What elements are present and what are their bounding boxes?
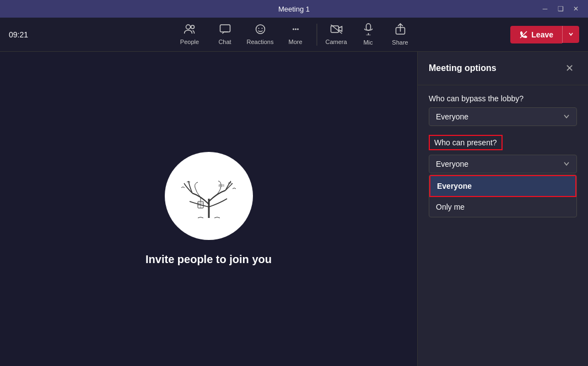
bypass-lobby-label: Who can bypass the lobby? [429, 94, 577, 103]
svg-point-4 [258, 28, 259, 29]
who-can-present-value: Everyone [436, 160, 468, 168]
chat-label: Chat [218, 39, 231, 45]
mic-label: Mic [363, 39, 373, 46]
svg-point-1 [191, 25, 194, 29]
more-label: More [288, 39, 302, 45]
reactions-label: Reactions [247, 39, 274, 45]
close-button[interactable]: ✕ [570, 3, 581, 14]
time-display: 09:21 [0, 30, 37, 39]
chevron-down-icon [568, 31, 574, 37]
svg-rect-9 [331, 26, 338, 32]
window-controls: ─ ❑ ✕ [540, 3, 581, 14]
leave-dropdown-button[interactable] [562, 26, 579, 43]
toolbar: 09:21 People Chat [0, 18, 588, 52]
mic-icon [363, 23, 374, 38]
camera-button[interactable]: Camera [321, 19, 351, 50]
phone-icon [519, 30, 528, 39]
chat-button[interactable]: Chat [208, 19, 241, 50]
svg-point-3 [256, 25, 265, 34]
people-icon [184, 24, 196, 37]
mic-button[interactable]: Mic [353, 19, 383, 50]
leave-button[interactable]: Leave [510, 26, 562, 43]
panel-header: Meeting options ✕ [418, 52, 588, 85]
svg-point-6 [293, 29, 294, 30]
restore-button[interactable]: ❑ [555, 3, 566, 14]
who-can-present-options: Everyone Only me [429, 174, 577, 217]
camera-label: Camera [325, 39, 347, 45]
side-panel: Meeting options ✕ Who can bypass the lob… [417, 52, 588, 366]
svg-point-7 [295, 29, 296, 30]
bypass-lobby-value: Everyone [436, 112, 468, 121]
title-bar: Meeting 1 ─ ❑ ✕ [0, 0, 588, 18]
bypass-lobby-arrow-icon [563, 113, 570, 121]
chat-icon [219, 24, 231, 37]
leave-label: Leave [531, 30, 553, 39]
more-icon [289, 24, 301, 37]
share-label: Share [392, 39, 408, 46]
leave-button-group: Leave [510, 26, 579, 43]
panel-title: Meeting options [429, 63, 497, 73]
svg-text:ꭆas: ꭆas [218, 183, 224, 188]
svg-point-0 [186, 25, 190, 29]
bypass-lobby-dropdown[interactable]: Everyone [429, 107, 577, 126]
panel-body: Who can bypass the lobby? Everyone Who c… [418, 85, 588, 366]
toolbar-center-buttons: People Chat Reactions [173, 19, 415, 50]
reactions-button[interactable]: Reactions [244, 19, 277, 50]
more-button[interactable]: More [279, 19, 312, 50]
avatar-art: ꭆas [173, 171, 245, 221]
svg-rect-2 [220, 25, 230, 32]
invite-text: Invite people to join you [145, 253, 272, 266]
svg-rect-11 [366, 24, 370, 30]
reactions-icon [254, 24, 266, 37]
bypass-lobby-section: Who can bypass the lobby? Everyone [429, 94, 577, 126]
who-can-present-dropdown[interactable]: Everyone [429, 155, 577, 173]
people-label: People [180, 39, 199, 45]
people-button[interactable]: People [173, 19, 206, 50]
toolbar-right: Leave [510, 26, 579, 43]
who-can-present-section: Who can present? Everyone Everyone Only … [429, 135, 577, 217]
who-can-present-label: Who can present? [434, 138, 497, 147]
camera-icon [330, 24, 343, 37]
svg-point-8 [297, 29, 299, 30]
main-content: ꭆas Invite people to join you Meeting op… [0, 52, 588, 366]
meeting-area: ꭆas Invite people to join you [0, 52, 417, 366]
share-icon [395, 23, 406, 38]
avatar: ꭆas [165, 152, 253, 240]
share-button[interactable]: Share [385, 19, 415, 50]
minimize-button[interactable]: ─ [540, 3, 551, 14]
window-title: Meeting 1 [278, 5, 310, 13]
svg-point-5 [261, 28, 262, 29]
option-only-me[interactable]: Only me [429, 197, 576, 217]
option-everyone[interactable]: Everyone [429, 175, 576, 197]
close-icon: ✕ [565, 62, 574, 74]
toolbar-divider [316, 24, 317, 46]
who-can-present-arrow-icon [563, 160, 570, 168]
panel-close-button[interactable]: ✕ [562, 61, 577, 76]
